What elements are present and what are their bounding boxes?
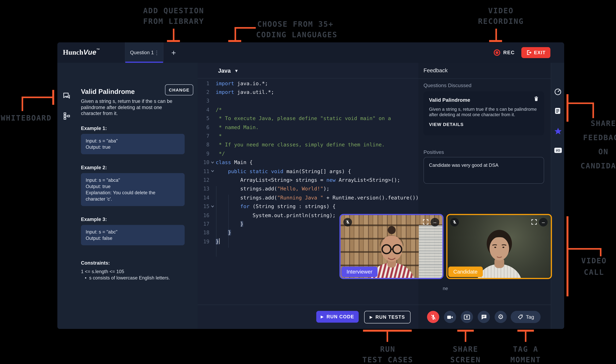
fullscreen-icon[interactable] — [531, 219, 537, 227]
code-line[interactable]: 4/* — [198, 105, 418, 114]
app-logo: HunchVue™ — [63, 48, 100, 56]
constraints-heading: Constraints: — [81, 260, 110, 266]
connector-ss-cap — [457, 330, 474, 332]
rec-label: REC — [503, 50, 515, 55]
code-editor[interactable]: Java ▼ 1import java.io.*;2import java.ut… — [198, 63, 418, 329]
run-tests-button[interactable]: ▶ RUN TESTS — [364, 311, 411, 323]
positives-heading: Positives — [424, 149, 444, 155]
minimize-icon[interactable]: – — [539, 218, 548, 227]
tab-question-1[interactable]: Question 1 ⋮ — [125, 42, 164, 63]
line-number: 10 — [200, 159, 209, 165]
example-line: Explanation: You could delete the — [86, 190, 180, 196]
annotation-line: CODING LANGUAGES — [256, 29, 335, 40]
connector-vc-cap — [566, 216, 568, 296]
example-line: Input: s = "abca" — [86, 177, 180, 183]
line-number: 9 — [200, 151, 209, 156]
code-line[interactable]: 7 * — [198, 132, 418, 141]
language-label: Java — [218, 67, 231, 74]
connector-wb-cap — [52, 90, 54, 105]
code-text: /* — [216, 107, 222, 113]
line-number: 1 — [200, 80, 209, 86]
annotation-line: TEST CASES — [358, 354, 417, 364]
line-number: 7 — [200, 133, 209, 139]
code-line[interactable]: 9 */ — [198, 149, 418, 158]
tag-label: Tag — [526, 314, 534, 320]
questions-discussed-heading: Questions Discussed — [424, 82, 471, 88]
dashboard-gauge-icon[interactable] — [554, 88, 562, 96]
code-text: } — [216, 230, 231, 236]
mic-muted-icon — [450, 218, 459, 227]
add-question-tab-button[interactable]: + — [169, 48, 178, 57]
code-line[interactable]: 15 for (String string : strings) { — [198, 202, 418, 211]
logo-vue: Vue — [83, 48, 96, 56]
code-line[interactable]: 13 strings.add("Hello, World!"); — [198, 184, 418, 193]
constraint-bullet-text: s consists of lowercase English letters. — [89, 275, 170, 281]
mic-muted-button[interactable] — [427, 311, 439, 323]
interviewer-video-tile[interactable]: – Interviewer — [339, 214, 444, 279]
annotation-line: RUN — [358, 344, 417, 354]
positives-textarea[interactable]: Candidate was very good at DSA — [424, 157, 544, 184]
line-number: 5 — [200, 116, 209, 121]
chevron-down-icon: ▼ — [234, 68, 238, 73]
trash-icon[interactable] — [534, 96, 539, 103]
connector-sf-v — [592, 103, 594, 118]
annotation-whiteboard: WHITEBOARD — [1, 113, 52, 123]
fullscreen-icon[interactable] — [423, 219, 429, 227]
fold-chevron-icon[interactable] — [209, 160, 216, 164]
code-text: for (String string : strings) { — [216, 203, 336, 209]
code-line[interactable]: 2import java.util.*; — [198, 88, 418, 96]
left-icon-rail — [57, 63, 76, 329]
annotation-line: ADD QUESTION — [138, 6, 209, 16]
kebab-menu-icon[interactable]: ⋮ — [154, 50, 160, 56]
connector-sf-h — [568, 103, 594, 104]
chat-icon[interactable] — [62, 92, 71, 100]
connector-vc-h — [568, 248, 601, 250]
annotation-run-test-cases: RUNTEST CASES — [358, 344, 417, 364]
active-tab-underline — [125, 62, 163, 63]
code-line[interactable]: 10class Main { — [198, 158, 418, 167]
language-selector[interactable]: Java ▼ — [218, 67, 239, 74]
code-line[interactable]: 11 public static void main(String[] args… — [198, 167, 418, 176]
minimize-icon[interactable]: – — [431, 218, 439, 227]
notes-icon[interactable] — [554, 107, 561, 115]
tag-moment-button[interactable]: Tag — [511, 311, 541, 323]
run-code-button[interactable]: ▶ RUN CODE — [316, 311, 359, 323]
chat-button[interactable] — [478, 311, 490, 323]
candidate-name-label: Candidate — [448, 267, 483, 277]
code-line[interactable]: 8 * If you need more classes, simply def… — [198, 141, 418, 149]
camera-button[interactable] — [444, 311, 456, 323]
code-line[interactable]: 14 strings.add("Running Java " + Runtime… — [198, 193, 418, 202]
tab-label: Question 1 — [130, 50, 154, 55]
code-line[interactable]: 12 ArrayList<String> strings = new Array… — [198, 176, 418, 184]
fold-chevron-icon[interactable] — [209, 169, 216, 173]
code-line[interactable]: 6 * named Main. — [198, 123, 418, 132]
connector-rtc-cap — [363, 330, 412, 332]
feedback-star-icon[interactable] — [554, 127, 563, 136]
line-number: 15 — [200, 203, 209, 209]
annotation-line: SHARE — [572, 116, 616, 130]
examples-list: Example 1:Input: s = "aba"Output: trueEx… — [81, 126, 190, 256]
view-details-link[interactable]: VIEW DETAILS — [429, 122, 464, 127]
question-discussed-card: Valid Palindrome Given a string s, retur… — [424, 91, 544, 136]
minus-glyph: – — [433, 220, 436, 225]
code-line[interactable]: 1import java.io.*; — [198, 79, 418, 88]
line-number: 11 — [200, 168, 209, 174]
whiteboard-icon[interactable] — [62, 112, 71, 120]
code-text: public static void main(String[] args) { — [216, 168, 351, 174]
exit-button[interactable]: EXIT — [521, 47, 550, 58]
fold-chevron-icon[interactable] — [209, 204, 216, 208]
bullet-glyph: • — [85, 275, 87, 281]
tag-icon — [517, 314, 523, 320]
code-text: } — [216, 238, 220, 245]
candidate-video-tile[interactable]: – Candidate — [446, 214, 552, 279]
code-line[interactable]: 3 — [198, 96, 418, 105]
interviewer-name-label: Interviewer — [341, 267, 378, 277]
settings-button[interactable]: ⚙ — [494, 311, 507, 323]
io-console-icon[interactable]: I/O — [554, 147, 562, 154]
gear-icon: ⚙ — [498, 314, 504, 320]
change-question-button[interactable]: CHANGE — [165, 84, 193, 95]
share-screen-button[interactable] — [461, 311, 473, 323]
example-line: character 'c'. — [86, 196, 180, 202]
code-line[interactable]: 5 * To execute Java, please define "stat… — [198, 114, 418, 123]
code-text: class Main { — [216, 159, 253, 165]
